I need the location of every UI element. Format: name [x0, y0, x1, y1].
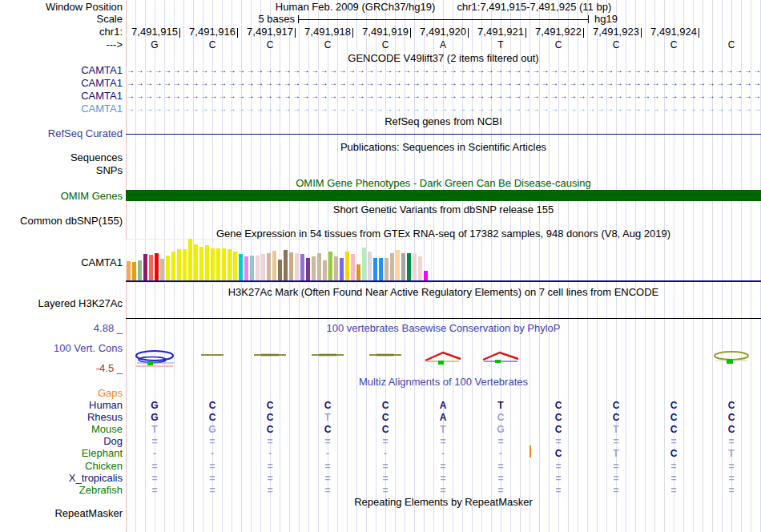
gtex-expression-bar[interactable] — [132, 262, 136, 280]
gtex-expression-bar[interactable] — [373, 258, 377, 280]
alignment-base: = — [587, 436, 645, 447]
gtex-expression-bar[interactable] — [368, 252, 372, 280]
browser-position-title: Human Feb. 2009 (GRCh37/hg19) chr1:7,491… — [126, 2, 761, 13]
transcript-arrow-line[interactable]: →→→→→→→→→→→→→→→→→→→→→→→→→→→→→→→→→→→→→→→→… — [127, 65, 759, 76]
gtex-expression-bar[interactable] — [278, 260, 282, 280]
gtex-expression-bar[interactable] — [183, 249, 187, 280]
gtex-expression-bar[interactable] — [401, 253, 405, 280]
gtex-expression-bar[interactable] — [261, 254, 265, 280]
gtex-expression-bar[interactable] — [312, 256, 316, 280]
coordinate-label: 7,491,920 — [414, 26, 472, 38]
gtex-expression-bar[interactable] — [300, 254, 304, 280]
gtex-expression-bar[interactable] — [171, 252, 175, 280]
gtex-expression-bar[interactable] — [385, 258, 389, 280]
alignment-base: = — [241, 485, 299, 496]
omim-gene-bar[interactable] — [126, 190, 761, 201]
gtex-expression-bar[interactable] — [362, 248, 366, 280]
gtex-expression-bar[interactable] — [345, 252, 349, 280]
refseq-curated-label[interactable]: RefSeq Curated — [0, 128, 123, 139]
gtex-expression-bar[interactable] — [390, 253, 394, 280]
gtex-expression-bar[interactable] — [256, 256, 260, 280]
gtex-expression-bar[interactable] — [424, 271, 428, 280]
h3k27ac-baseline — [126, 318, 761, 319]
gtex-expression-bar[interactable] — [340, 258, 344, 280]
gtex-expression-bar[interactable] — [194, 244, 198, 280]
gtex-expression-bar[interactable] — [396, 250, 400, 280]
repeatmasker-label[interactable]: RepeatMasker — [0, 508, 123, 519]
gtex-expression-bar[interactable] — [149, 255, 153, 280]
species-label-dog[interactable]: Dog — [0, 436, 123, 447]
alignment-base: = — [529, 485, 587, 496]
gaps-label[interactable]: Gaps — [0, 388, 123, 399]
omim-genes-label[interactable]: OMIM Genes — [0, 191, 123, 202]
snps-label[interactable]: SNPs — [0, 165, 123, 176]
gtex-expression-bar[interactable] — [272, 251, 276, 280]
gtex-expression-bar[interactable] — [233, 252, 237, 280]
species-label-human[interactable]: Human — [0, 400, 123, 411]
gtex-expression-bar[interactable] — [211, 248, 215, 280]
gtex-expression-bar[interactable] — [379, 258, 383, 280]
gtex-expression-bar[interactable] — [244, 256, 248, 280]
gtex-expression-bar[interactable] — [407, 253, 411, 280]
alignment-base: = — [183, 485, 241, 496]
transcript-arrow-line[interactable]: →→→→→→→→→→→→→→→→→→→→→→→→→→→→→→→→→→→→→→→→… — [127, 91, 759, 102]
gene-label-camta1[interactable]: CAMTA1 — [0, 65, 123, 76]
gtex-expression-bar[interactable] — [222, 248, 226, 280]
alignment-base: = — [645, 473, 703, 484]
gtex-expression-bar[interactable] — [267, 253, 271, 280]
gtex-expression-bar[interactable] — [284, 250, 288, 280]
species-label-zebrafish[interactable]: Zebrafish — [0, 485, 123, 496]
gtex-expression-bar[interactable] — [199, 247, 203, 280]
gtex-bar-chart[interactable] — [127, 239, 431, 280]
alignment-base: = — [529, 473, 587, 484]
gtex-expression-bar[interactable] — [160, 259, 164, 280]
species-label-rhesus[interactable]: Rhesus — [0, 412, 123, 423]
gtex-expression-bar[interactable] — [289, 252, 293, 280]
gtex-expression-bar[interactable] — [166, 256, 170, 280]
alignment-base: C — [183, 412, 241, 423]
alignment-base: = — [126, 473, 183, 484]
gtex-expression-bar[interactable] — [334, 256, 338, 280]
gtex-expression-bar[interactable] — [227, 249, 232, 280]
sequences-label[interactable]: Sequences — [0, 152, 123, 163]
gtex-expression-bar[interactable] — [143, 254, 147, 280]
species-label-x_tropicalis[interactable]: X_tropicalis — [0, 473, 123, 484]
gtex-expression-bar[interactable] — [317, 253, 321, 280]
genome-browser-image[interactable]: Window Position Human Feb. 2009 (GRCh37/… — [0, 0, 761, 532]
gtex-expression-bar[interactable] — [239, 254, 243, 280]
alignment-base: = — [703, 436, 760, 447]
gtex-expression-bar[interactable] — [205, 245, 209, 280]
gtex-expression-bar[interactable] — [177, 249, 181, 280]
transcript-arrow-line[interactable]: →→→→→→→→→→→→→→→→→→→→→→→→→→→→→→→→→→→→→→→→… — [127, 78, 759, 89]
gtex-expression-bar[interactable] — [127, 261, 131, 280]
vert-cons-label[interactable]: 100 Vert. Cons — [0, 343, 123, 354]
gtex-expression-bar[interactable] — [328, 252, 332, 280]
reference-base: C — [645, 39, 703, 50]
species-label-chicken[interactable]: Chicken — [0, 461, 123, 472]
gene-label-camta1[interactable]: CAMTA1 — [0, 91, 123, 102]
common-dbsnp-label[interactable]: Common dbSNP(155) — [0, 216, 123, 227]
window-position-label: Window Position — [0, 2, 123, 13]
gene-label-camta1[interactable]: CAMTA1 — [0, 103, 123, 115]
gtex-expression-bar[interactable] — [138, 260, 142, 280]
refseq-gene-line[interactable] — [126, 134, 761, 135]
gtex-expression-bar[interactable] — [155, 253, 159, 280]
gtex-expression-bar[interactable] — [413, 253, 417, 280]
species-label-elephant[interactable]: Elephant — [0, 448, 123, 459]
layered-h3k27ac-label[interactable]: Layered H3K27Ac — [0, 298, 123, 309]
gtex-expression-bar[interactable] — [351, 254, 355, 280]
gtex-expression-bar[interactable] — [295, 253, 299, 280]
gtex-expression-bar[interactable] — [306, 258, 310, 280]
gene-label-camta1[interactable]: CAMTA1 — [0, 78, 123, 89]
alignment-base: = — [241, 436, 299, 447]
gtex-expression-bar[interactable] — [188, 239, 192, 280]
transcript-arrow-line[interactable]: →→→→→→→→→→→→→→→→→→→→→→→→→→→→→→→→→→→→→→→→… — [127, 103, 759, 115]
gtex-expression-bar[interactable] — [418, 256, 422, 280]
gtex-expression-bar[interactable] — [216, 248, 220, 280]
gtex-expression-bar[interactable] — [356, 264, 360, 280]
species-label-mouse[interactable]: Mouse — [0, 424, 123, 435]
alignment-base: - — [356, 448, 414, 459]
gtex-gene-label[interactable]: CAMTA1 — [0, 257, 123, 268]
gtex-expression-bar[interactable] — [323, 260, 327, 280]
gtex-expression-bar[interactable] — [250, 256, 254, 280]
